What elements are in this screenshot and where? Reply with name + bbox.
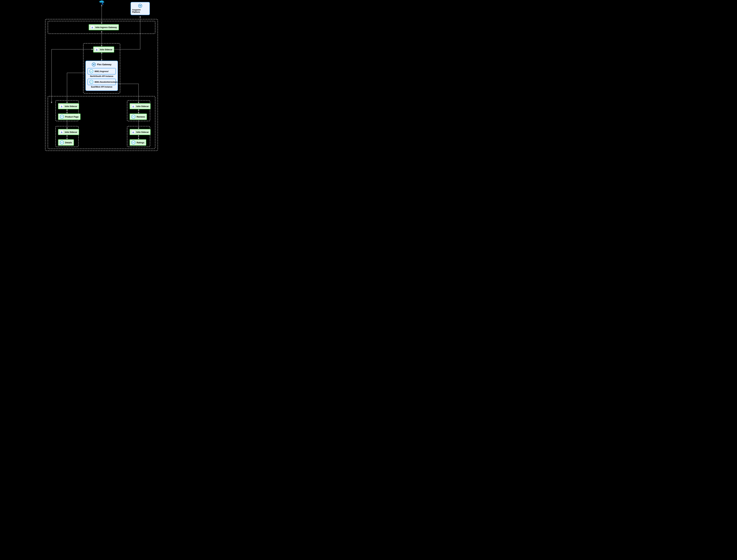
cloud-user-icon (99, 0, 104, 5)
details-sidecar-label: Istio Sidecar (65, 131, 77, 133)
istio-icon (132, 104, 135, 108)
product-sidecar-label: Istio Sidecar (65, 105, 77, 108)
details-label: Details (65, 141, 72, 144)
istio-icon (60, 130, 64, 134)
flex-gateway-title: Flex Gateway (97, 63, 112, 66)
ratings-node: API Ratings (130, 139, 146, 146)
product-page-node: API Product Page (58, 113, 81, 120)
reviews-sidecar-label: Istio Sidecar (136, 105, 149, 108)
istio-ingress-gateway-node: Istio Ingress Gateway (89, 24, 119, 30)
istio-icon (132, 130, 135, 134)
anypoint-platform-node: Anypoint Platform (131, 2, 150, 15)
flex-api-reviews-label: 8081:/bookinfo/reviews (95, 81, 118, 83)
product-page-label: Product Page (65, 116, 79, 118)
flex-api-reviews-row: API 8081:/bookinfo/reviews (88, 79, 116, 85)
api-icon: API (60, 141, 64, 144)
reviews-sidecar-node: Istio Sidecar (130, 103, 151, 109)
istio-sidecar-top-label: Istio Sidecar (100, 48, 112, 51)
mulesoft-icon (138, 4, 142, 8)
flex-api-ingress-label: 8081:/ingress/ (95, 70, 109, 73)
api-icon: API (132, 115, 135, 119)
flex-api-ingress-row: API 8081:/ingress/ (88, 68, 116, 74)
api-icon: API (89, 80, 93, 84)
ratings-sidecar-node: Istio Sidecar (130, 129, 151, 135)
anypoint-platform-label: Anypoint Platform (132, 9, 148, 13)
istio-sidecar-top-node: Istio Sidecar (93, 46, 114, 53)
ratings-label: Ratings (137, 141, 144, 144)
product-sidecar-node: Istio Sidecar (58, 103, 79, 109)
reviews-node: API Reviews (130, 113, 147, 120)
api-icon: API (89, 69, 93, 73)
istio-icon (60, 104, 64, 108)
api-icon: API (132, 141, 135, 144)
svg-point-9 (102, 2, 103, 4)
reviews-label: Reviews (137, 116, 145, 118)
details-sidecar-node: Istio Sidecar (58, 129, 79, 135)
istio-ingress-gateway-label: Istio Ingress Gateway (95, 26, 117, 29)
istio-icon (91, 25, 94, 29)
istio-icon (95, 48, 99, 51)
api-icon: API (60, 115, 64, 119)
flex-gateway-panel: Flex Gateway API 8081:/ingress/ North/So… (85, 61, 118, 91)
mulesoft-icon (92, 63, 96, 66)
ratings-sidecar-label: Istio Sidecar (136, 131, 149, 133)
flex-api-reviews-caption: East/West API Instance (91, 86, 112, 88)
details-node: API Details (58, 139, 74, 146)
flex-api-ingress-caption: North/South API Instance (90, 75, 113, 77)
